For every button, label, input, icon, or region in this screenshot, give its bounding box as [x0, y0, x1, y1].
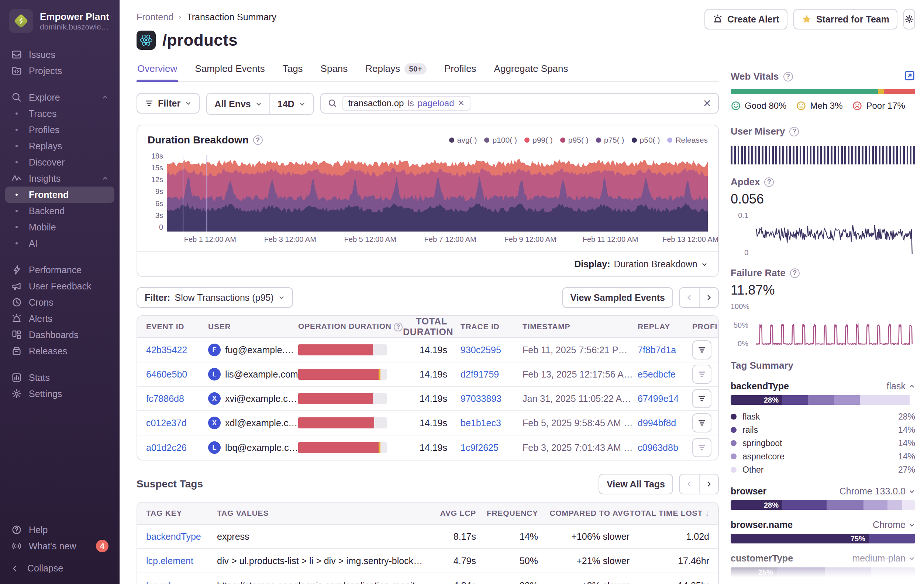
trace-id-link[interactable]: 1c9f2625	[460, 443, 523, 453]
tag-distribution-bar[interactable]: 75%	[731, 534, 915, 543]
tab-aggregate-spans[interactable]: Aggregate Spans	[493, 63, 569, 81]
sidebar-item-discover[interactable]: Discover	[5, 154, 114, 170]
profile-button[interactable]	[692, 413, 711, 433]
failure-rate-chart[interactable]	[753, 302, 915, 348]
view-sampled-events-button[interactable]: View Sampled Events	[562, 287, 673, 308]
sidebar-item-frontend[interactable]: Frontend	[5, 187, 114, 203]
tag-legend-row[interactable]: Other27%	[731, 463, 915, 476]
sidebar-item-explore[interactable]: Explore	[5, 89, 114, 105]
sidebar-item-profiles[interactable]: Profiles	[5, 122, 114, 138]
replay-id-link[interactable]: c0963d8b	[638, 443, 692, 453]
event-id-link[interactable]: 6460e5b0	[146, 369, 208, 380]
sidebar-item-issues[interactable]: Issues	[5, 46, 114, 63]
tab-overview[interactable]: Overview	[137, 63, 178, 81]
profile-button[interactable]	[692, 438, 711, 457]
view-all-tags-button[interactable]: View All Tags	[599, 474, 673, 494]
search-clear-icon[interactable]: ✕	[703, 97, 711, 110]
sidebar-item-backend[interactable]: Backend	[5, 203, 114, 219]
help-tooltip-icon[interactable]: ?	[790, 268, 800, 278]
tag-key-link[interactable]: lcp.element	[146, 556, 217, 566]
event-id-link[interactable]: 42b35422	[146, 345, 208, 355]
help-tooltip-icon[interactable]: ?	[764, 177, 774, 187]
help-tooltip-icon[interactable]: ?	[253, 135, 263, 145]
trace-id-link[interactable]: 930c2595	[460, 345, 523, 355]
profile-button[interactable]	[692, 340, 711, 359]
environment-selector[interactable]: All Envs	[207, 94, 269, 114]
tag-legend-row[interactable]: springboot14%	[731, 436, 915, 450]
tab-profiles[interactable]: Profiles	[444, 63, 477, 81]
sidebar-item-user-feedback[interactable]: User Feedback	[5, 278, 114, 294]
tab-tags[interactable]: Tags	[282, 63, 304, 81]
open-in-new-icon[interactable]	[904, 70, 915, 81]
replay-id-link[interactable]: 67499e14	[638, 393, 692, 404]
replay-id-link[interactable]: d994bf8d	[638, 418, 692, 428]
sidebar-item-what-s-new[interactable]: What's new4	[5, 538, 114, 554]
next-page-button[interactable]	[699, 288, 718, 307]
help-tooltip-icon[interactable]: ?	[789, 127, 799, 137]
sidebar-item-insights[interactable]: Insights	[5, 170, 114, 187]
legend-item-p95[interactable]: p95( )	[560, 136, 589, 145]
tab-sampled-events[interactable]: Sampled Events	[194, 63, 265, 81]
tag-legend-row[interactable]: rails14%	[731, 423, 915, 436]
sidebar-item-settings[interactable]: Settings	[5, 386, 114, 402]
token-remove-icon[interactable]: ✕	[458, 99, 465, 108]
legend-item-avg[interactable]: avg( )	[449, 136, 477, 145]
tag-legend-row[interactable]: aspnetcore14%	[731, 450, 915, 463]
tag-legend-row[interactable]: flask28%	[731, 410, 915, 423]
next-page-button[interactable]	[699, 474, 718, 494]
tag-value-selector[interactable]: medium-plan	[852, 553, 915, 564]
sidebar-item-dashboards[interactable]: Dashboards	[5, 327, 114, 343]
replay-id-link[interactable]: e5edbcfe	[638, 369, 692, 380]
settings-button[interactable]	[903, 9, 915, 30]
help-tooltip-icon[interactable]: ?	[784, 72, 793, 81]
trace-id-link[interactable]: 97033893	[460, 393, 523, 404]
user-misery-chart[interactable]	[731, 146, 915, 165]
org-switcher[interactable]: Empower Plant dominik.buszowiec…	[0, 0, 120, 41]
sidebar-item-mobile[interactable]: Mobile	[5, 219, 114, 235]
tag-key-link[interactable]: lcp.url	[146, 580, 217, 584]
sidebar-item-stats[interactable]: Stats	[5, 369, 114, 386]
tag-distribution-bar[interactable]: 28%	[731, 395, 915, 405]
sidebar-item-projects[interactable]: Projects	[5, 63, 114, 79]
legend-item-p75[interactable]: p75( )	[596, 136, 624, 145]
legend-item-p50[interactable]: p50( )	[632, 136, 660, 145]
display-selector[interactable]: Duration Breakdown	[614, 259, 708, 270]
trace-id-link[interactable]: be1b1ec3	[460, 418, 523, 428]
previous-page-button[interactable]	[680, 474, 699, 494]
sidebar-item-releases[interactable]: Releases	[5, 343, 114, 359]
breadcrumb-frontend[interactable]: Frontend	[137, 12, 173, 23]
tag-value-selector[interactable]: flask	[887, 381, 915, 392]
profile-button[interactable]	[692, 365, 711, 384]
help-tooltip-icon[interactable]: ?	[394, 322, 403, 331]
previous-page-button[interactable]	[680, 288, 699, 307]
tab-replays[interactable]: Replays50+	[365, 63, 427, 81]
column-header-total-time-lost[interactable]: TOTAL TIME LOST ↓	[630, 509, 709, 518]
sidebar-item-traces[interactable]: Traces	[5, 105, 114, 122]
date-range-selector[interactable]: 14D	[269, 94, 313, 114]
event-id-link[interactable]: c012e37d	[146, 418, 208, 428]
filter-button[interactable]: Filter	[137, 93, 200, 114]
collapse-button[interactable]: Collapse	[0, 554, 120, 584]
sidebar-item-alerts[interactable]: Alerts	[5, 311, 114, 327]
event-id-link[interactable]: fc7886d8	[146, 393, 208, 404]
tag-value-selector[interactable]: Chrome	[873, 520, 915, 530]
tag-distribution-bar[interactable]: 28%	[731, 500, 915, 510]
profile-button[interactable]	[692, 389, 711, 408]
event-id-link[interactable]: a01d2c26	[146, 443, 208, 453]
legend-item-Releases[interactable]: Releases	[667, 136, 708, 145]
search-token[interactable]: transaction.op is pageload ✕	[342, 96, 470, 110]
apdex-chart[interactable]	[753, 211, 915, 257]
trace-id-link[interactable]: d2f91759	[460, 369, 523, 380]
legend-item-p100[interactable]: p100( )	[484, 136, 517, 145]
sidebar-item-help[interactable]: Help	[5, 522, 114, 538]
sidebar-item-ai[interactable]: AI	[5, 235, 114, 252]
replay-id-link[interactable]: 7f8b7d1a	[638, 345, 692, 355]
sidebar-item-crons[interactable]: Crons	[5, 294, 114, 311]
legend-item-p99[interactable]: p99( )	[525, 136, 553, 145]
web-vitals-bar[interactable]	[731, 89, 915, 94]
sidebar-item-performance[interactable]: Performance	[5, 262, 114, 278]
duration-breakdown-chart[interactable]	[167, 152, 708, 232]
tag-value-selector[interactable]: Chrome 133.0.0	[840, 486, 915, 497]
tag-distribution-bar[interactable]: 25%	[731, 568, 915, 577]
sidebar-item-replays[interactable]: Replays	[5, 138, 114, 154]
